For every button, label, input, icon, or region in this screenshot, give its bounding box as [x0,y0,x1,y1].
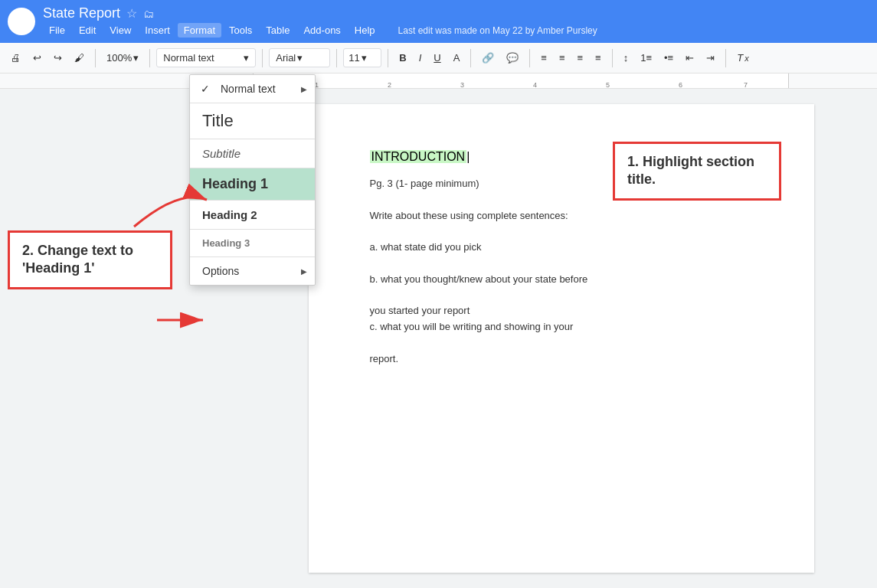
arrow-to-style-selector [119,173,211,237]
menu-tools[interactable]: Tools [223,23,258,38]
menu-help[interactable]: Help [349,23,381,38]
underline-button[interactable]: U [429,49,445,67]
style-selector[interactable]: Normal text ▾ [156,48,256,67]
line-spacing-button[interactable]: ↕ [619,49,633,67]
text-color-button[interactable]: A [449,49,465,67]
ruler-mark-3: 3 [460,81,464,89]
separator-3 [262,49,263,67]
separator-1 [95,49,96,67]
doc-title: State Report ☆ 🗂 [43,5,869,21]
separator-2 [149,49,150,67]
align-justify-button[interactable]: ≡ [591,49,606,67]
align-left-button[interactable]: ≡ [536,49,551,67]
title-label: Title [202,111,234,131]
options-label: Options [202,265,239,277]
intro-title-highlighted[interactable]: INTRODUCTION [370,150,467,163]
ruler-mark-4: 4 [533,81,537,89]
annotation-2-text: 2. Change text to 'Heading 1' [22,242,158,278]
print-button[interactable]: 🖨 [6,49,25,67]
annotation-highlight-title: 1. Highlight section title. [613,142,781,201]
ruler-mark-2: 2 [388,81,391,89]
doc-line-4: b. what you thought/knew about your stat… [370,272,753,288]
bold-button[interactable]: B [394,49,411,67]
ruler: 0 1 2 3 4 5 6 7 [0,74,877,89]
star-icon[interactable]: ☆ [126,6,137,21]
app-icon[interactable] [8,8,35,35]
ruler-mark-5: 5 [606,81,610,89]
svg-rect-0 [16,17,28,18]
svg-rect-2 [16,24,28,26]
separator-9 [725,49,726,67]
redo-button[interactable]: ↪ [49,49,67,67]
bullet-list-button[interactable]: •≡ [659,49,678,67]
font-selector[interactable]: Arial ▾ [269,48,330,67]
heading1-label: Heading 1 [202,176,268,192]
doc-title-area: State Report ☆ 🗂 File Edit View Insert F… [43,5,869,38]
ruler-inner: 0 1 2 3 4 5 6 7 [253,74,789,89]
doc-line-3: a. what state did you pick [370,240,753,256]
menu-insert[interactable]: Insert [139,23,176,38]
ruler-mark-7: 7 [744,81,748,89]
italic-button[interactable]: I [414,49,427,67]
menu-table[interactable]: Table [260,23,296,38]
zoom-selector[interactable]: 100% ▾ [102,49,143,67]
decrease-indent-button[interactable]: ⇤ [681,49,699,67]
dropdown-options[interactable]: Options [190,257,315,285]
separator-8 [612,49,613,67]
menu-format[interactable]: Format [178,23,221,38]
align-right-button[interactable]: ≡ [573,49,588,67]
dropdown-normal-text[interactable]: Normal text [190,75,315,103]
menu-view[interactable]: View [103,23,137,38]
separator-5 [388,49,388,67]
document-area[interactable]: INTRODUCTION| Pg. 3 (1- page minimum) Wr… [245,89,877,588]
clear-formatting-button[interactable]: Tx [732,49,753,67]
separator-7 [529,49,530,67]
toolbar: 🖨 ↩ ↪ 🖌 100% ▾ Normal text ▾ Arial ▾ 11 … [0,43,877,74]
menu-bar: File Edit View Insert Format Tools Table… [43,21,869,38]
folder-icon[interactable]: 🗂 [143,8,154,20]
cursor: | [466,150,470,163]
numbered-list-button[interactable]: 1≡ [636,49,656,67]
comment-button[interactable]: 💬 [502,49,523,67]
doc-line-6: c. what you will be writing and showing … [370,319,753,335]
font-size-selector[interactable]: 11 ▾ [343,48,381,67]
undo-button[interactable]: ↩ [28,49,46,67]
doc-line-7: report. [370,351,753,368]
arrow-to-heading1 [153,305,214,338]
menu-file[interactable]: File [43,23,71,38]
ruler-mark-6: 6 [679,81,682,89]
normal-text-label: Normal text [221,83,276,95]
separator-4 [336,49,337,67]
paint-format-button[interactable]: 🖌 [70,49,89,67]
doc-line-2: Write about these using complete sentenc… [370,208,753,224]
top-bar: State Report ☆ 🗂 File Edit View Insert F… [0,0,877,43]
menu-addons[interactable]: Add-ons [297,23,346,38]
document-body[interactable]: Pg. 3 (1- page minimum) Write about thes… [370,176,753,368]
dropdown-title[interactable]: Title [190,103,315,139]
dropdown-subtitle[interactable]: Subtitle [190,139,315,168]
heading3-label: Heading 3 [202,237,250,249]
menu-edit[interactable]: Edit [73,23,102,38]
style-label: Normal text [163,52,214,64]
style-arrow: ▾ [244,52,249,64]
document-title[interactable]: State Report [43,5,120,21]
align-center-button[interactable]: ≡ [555,49,570,67]
doc-line-5: you started your report [370,303,753,319]
last-edit-info: Last edit was made on May 22 by Amber Pu… [398,25,597,36]
increase-indent-button[interactable]: ⇥ [702,49,719,67]
annotation-1-text: 1. Highlight section title. [627,153,767,189]
annotation-change-heading: 2. Change text to 'Heading 1' [8,230,172,289]
subtitle-label: Subtitle [202,147,241,160]
svg-rect-1 [16,21,28,22]
separator-6 [470,49,471,67]
link-button[interactable]: 🔗 [477,49,499,67]
